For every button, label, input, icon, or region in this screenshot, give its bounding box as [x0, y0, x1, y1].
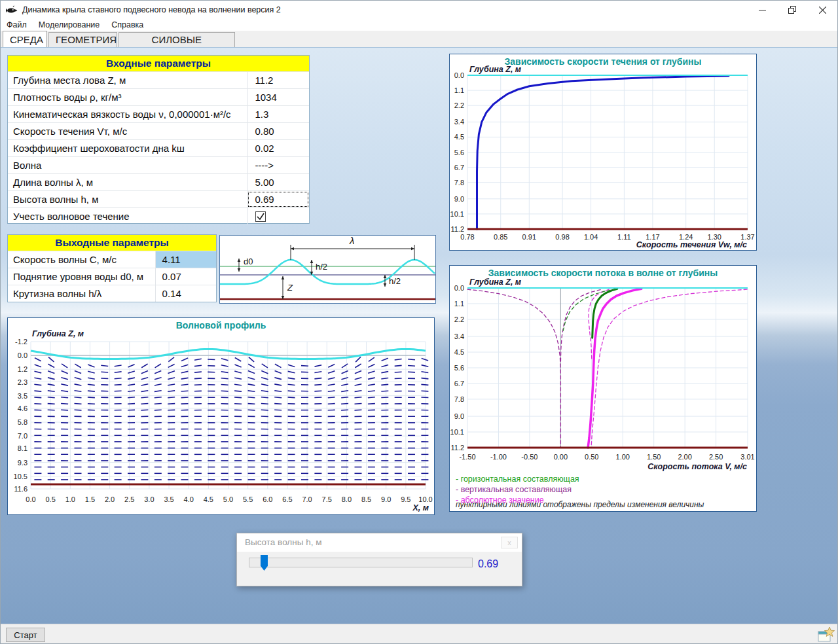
title-bar[interactable]: Динамика крыла ставного подвесного невод… [1, 1, 837, 19]
velocity-vector [248, 371, 255, 374]
x-axis-tick-label: 2.50 [709, 453, 723, 461]
velocity-vector [88, 378, 95, 379]
x-axis-tick-label: -1.50 [459, 453, 475, 461]
velocity-vector [408, 359, 415, 360]
velocity-vector [381, 397, 388, 398]
start-button[interactable]: Старт [6, 628, 45, 642]
y-axis-tick-label: 4.6 [18, 404, 27, 412]
menu-item-1[interactable]: Моделирование [33, 19, 106, 31]
tab-1[interactable]: ГЕОМЕТРИЯ [48, 32, 117, 47]
input-row: Кинематическая вязкость воды ν, 0,000001… [8, 105, 309, 122]
y-axis-tick-label: 5.8 [18, 418, 27, 426]
velocity-vector [88, 384, 95, 385]
row-value[interactable]: 1.3 [247, 106, 309, 122]
x-axis-tick-label: 5.5 [243, 495, 253, 503]
velocity-vector [261, 397, 268, 398]
velocity-vector [61, 378, 68, 380]
menu-bar: ФайлМоделированиеСправка [1, 19, 837, 31]
maximize-button[interactable] [777, 1, 807, 19]
row-value[interactable]: ----> [247, 157, 309, 173]
x-axis-tick-label: 6.5 [282, 495, 292, 503]
velocity-vector [328, 365, 335, 368]
y-axis-tick-label: 9.0 [454, 412, 464, 420]
input-parameters-rows: Глубина места лова Z, м11.2Плотность вод… [8, 71, 309, 224]
velocity-vector [34, 391, 41, 391]
y-axis-tick-label: 4.5 [454, 133, 464, 141]
velocity-vector [128, 371, 135, 373]
tab-strip: СРЕДАГЕОМЕТРИЯСИЛОВЫЕ ПАРАМЕТРЫ [1, 31, 837, 47]
input-row: Скорость течения Vт, м/с0.80 [8, 122, 309, 139]
velocity-vector [48, 397, 55, 398]
velocity-vector [128, 397, 135, 398]
y-axis-tick-label: 7.8 [454, 395, 464, 403]
velocity-vector [381, 384, 388, 385]
velocity-vector [88, 391, 95, 391]
wave-flow-legend-note: пунктирными линиями отображены пределы и… [456, 500, 704, 509]
velocity-vector [101, 372, 108, 372]
y-axis-tick-label: 9.0 [454, 195, 464, 203]
x-axis-tick-label: -0.50 [521, 453, 537, 461]
velocity-vector [48, 371, 54, 374]
velocity-vector [141, 391, 149, 392]
velocity-vector [75, 371, 81, 374]
arrowhead [282, 276, 285, 279]
dialog-title: Высота волны h, м [245, 537, 321, 547]
row-value[interactable]: 0.69 [247, 191, 309, 207]
dimension-label: d0 [244, 257, 253, 266]
row-value[interactable]: 0.80 [247, 123, 309, 139]
velocity-vector [368, 391, 375, 391]
dialog-title-bar[interactable]: Высота волны h, м x [237, 533, 522, 552]
velocity-vector [88, 365, 94, 367]
velocity-vector [35, 358, 41, 361]
row-label: Коэффициент шероховатости дна kш [8, 143, 247, 154]
velocity-vector [301, 366, 308, 367]
row-label: Волна [8, 160, 247, 171]
velocity-vector [181, 384, 189, 385]
velocity-vector [408, 372, 415, 372]
dialog-close-button[interactable]: x [501, 537, 518, 548]
velocity-vector [314, 391, 321, 391]
dimension-label: h/2 [316, 262, 327, 272]
row-value[interactable]: 1034 [247, 89, 309, 105]
menu-item-0[interactable]: Файл [1, 19, 33, 31]
y-axis-tick-label: 2.2 [454, 101, 464, 109]
velocity-vector [115, 372, 122, 372]
app-window: Динамика крыла ставного подвесного невод… [0, 0, 838, 644]
velocity-vector [194, 365, 202, 366]
tab-2[interactable]: СИЛОВЫЕ ПАРАМЕТРЫ [118, 32, 235, 47]
wave-height-slider-track[interactable] [249, 558, 473, 567]
row-label: Глубина места лова Z, м [8, 75, 247, 86]
y-axis-tick-label: 4.5 [454, 348, 464, 356]
velocity-vector [61, 391, 68, 392]
wave-height-slider-thumb[interactable] [261, 555, 268, 571]
velocity-vector [48, 404, 55, 404]
velocity-vector [181, 378, 189, 379]
velocity-vector [115, 378, 122, 379]
velocity-vector [221, 365, 228, 367]
velocity-vector [248, 397, 255, 398]
row-label: Высота волны h, м [8, 194, 247, 205]
x-axis-tick-label: 0.50 [585, 453, 598, 461]
y-axis-tick-label: 6.7 [454, 164, 464, 171]
row-value[interactable]: 5.00 [247, 174, 309, 190]
row-label: Учесть волновое течение [8, 211, 247, 222]
velocity-vector [274, 384, 282, 385]
row-value[interactable] [247, 208, 309, 224]
row-value[interactable]: 11.2 [247, 72, 309, 88]
velocity-vector [248, 404, 255, 404]
tab-0[interactable]: СРЕДА [3, 31, 47, 47]
close-button[interactable] [807, 1, 837, 19]
row-label: Кинематическая вязкость воды ν, 0,000001… [8, 109, 247, 120]
x-axis-tick-label: 4.5 [204, 495, 213, 503]
x-axis-tick-label: 7.0 [302, 495, 312, 503]
y-axis-tick-label: 9.3 [18, 459, 27, 467]
window-star-icon[interactable] [816, 626, 835, 644]
checkbox[interactable] [255, 211, 266, 222]
velocity-vector [248, 364, 255, 367]
minimize-button[interactable] [747, 1, 777, 19]
arrowhead [411, 247, 414, 251]
row-value[interactable]: 0.02 [247, 140, 309, 156]
menu-item-2[interactable]: Справка [105, 19, 149, 31]
x-axis-tick-label: 3.0 [144, 495, 154, 503]
y-axis-tick-label: 3.5 [18, 392, 27, 400]
